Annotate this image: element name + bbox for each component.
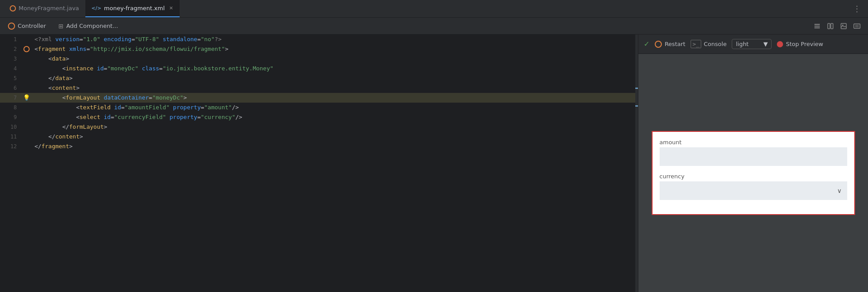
gutter-1 bbox=[22, 35, 31, 44]
line-num-10: 10 bbox=[0, 122, 22, 132]
gutter-3 bbox=[22, 54, 31, 64]
stop-icon bbox=[777, 41, 783, 47]
code-line-8: 8 <textField id="amountField" property="… bbox=[0, 103, 635, 112]
svg-rect-8 bbox=[855, 25, 859, 27]
gutter-11 bbox=[22, 132, 31, 142]
line-num-9: 9 bbox=[0, 112, 22, 122]
split-svg bbox=[827, 23, 834, 30]
line-num-11: 11 bbox=[0, 132, 22, 142]
line-content-11: </content> bbox=[31, 132, 635, 142]
line-content-2: <fragment xmlns="http://jmix.io/schema/f… bbox=[31, 44, 635, 54]
gutter-12 bbox=[22, 142, 31, 151]
bulb-icon[interactable]: 💡 bbox=[23, 93, 30, 103]
scrollbar-indicator[interactable] bbox=[635, 35, 638, 292]
code-editor[interactable]: 1 <?xml version="1.0" encoding="UTF-8" s… bbox=[0, 35, 635, 292]
preview-toolbar: ✓ Restart >_ Console light ▼ Stop Previe… bbox=[638, 35, 868, 54]
gutter-10 bbox=[22, 122, 31, 132]
console-label: Console bbox=[704, 41, 727, 47]
tabs-container: MoneyFragment.java </> money-fragment.xm… bbox=[4, 0, 180, 17]
currency-select[interactable]: ∨ bbox=[660, 181, 847, 200]
line-content-4: <instance id="moneyDc" class="io.jmix.bo… bbox=[31, 64, 635, 73]
view-photo-icon[interactable] bbox=[851, 20, 863, 32]
line-content-3: <data> bbox=[31, 54, 635, 64]
lines-svg bbox=[814, 23, 821, 30]
amount-field: amount bbox=[660, 139, 847, 166]
tab-java[interactable]: MoneyFragment.java bbox=[4, 0, 85, 17]
add-component-button[interactable]: ⊞ Add Component... bbox=[56, 21, 121, 31]
code-line-9: 9 <select id="currencyField" property="c… bbox=[0, 112, 635, 122]
code-line-11: 11 </content> bbox=[0, 132, 635, 142]
line-content-7: <formLayout dataContainer="moneyDc"> bbox=[31, 93, 635, 103]
svg-rect-0 bbox=[814, 24, 820, 25]
line-content-12: </fragment> bbox=[31, 142, 635, 151]
code-line-12: 12 </fragment> bbox=[0, 142, 635, 151]
view-split-icon[interactable] bbox=[825, 20, 836, 32]
stop-preview-button[interactable]: Stop Preview bbox=[777, 41, 823, 47]
theme-chevron-icon: ▼ bbox=[763, 41, 768, 47]
preview-panel: ✓ Restart >_ Console light ▼ Stop Previe… bbox=[638, 35, 868, 292]
svg-rect-4 bbox=[831, 23, 833, 29]
svg-rect-3 bbox=[828, 23, 830, 29]
line-num-4: 4 bbox=[0, 64, 22, 73]
main-content: 1 <?xml version="1.0" encoding="UTF-8" s… bbox=[0, 35, 868, 292]
svg-rect-1 bbox=[814, 26, 820, 27]
controller-label: Controller bbox=[18, 23, 46, 29]
code-line-4: 4 <instance id="moneyDc" class="io.jmix.… bbox=[0, 64, 635, 73]
toolbar: Controller ⊞ Add Component... bbox=[0, 18, 868, 35]
restart-icon bbox=[655, 41, 662, 48]
toolbar-left: Controller ⊞ Add Component... bbox=[5, 21, 121, 31]
svg-rect-5 bbox=[841, 23, 846, 29]
controller-button[interactable]: Controller bbox=[5, 21, 49, 31]
code-lines: 1 <?xml version="1.0" encoding="UTF-8" s… bbox=[0, 35, 635, 151]
code-line-5: 5 </data> bbox=[0, 73, 635, 83]
line-content-10: </formLayout> bbox=[31, 122, 635, 132]
console-icon: >_ bbox=[691, 40, 701, 48]
java-icon bbox=[10, 5, 16, 12]
line-num-5: 5 bbox=[0, 73, 22, 83]
gutter-4 bbox=[22, 64, 31, 73]
preview-canvas: amount currency ∨ bbox=[638, 54, 868, 292]
line-content-6: <content> bbox=[31, 83, 635, 93]
code-line-3: 3 <data> bbox=[0, 54, 635, 64]
line-content-8: <textField id="amountField" property="am… bbox=[31, 103, 635, 112]
code-line-7: 7 💡 <formLayout dataContainer="moneyDc"> bbox=[0, 93, 635, 103]
svg-rect-2 bbox=[814, 27, 820, 28]
preview-check-icon: ✓ bbox=[644, 40, 649, 48]
view-lines-icon[interactable] bbox=[811, 20, 823, 32]
toolbar-right bbox=[811, 20, 863, 32]
gutter-9 bbox=[22, 112, 31, 122]
gutter-7: 💡 bbox=[22, 93, 31, 103]
line-content-5: </data> bbox=[31, 73, 635, 83]
component-icon: ⊞ bbox=[58, 23, 64, 30]
tab-xml[interactable]: </> money-fragment.xml ✕ bbox=[85, 0, 180, 17]
controller-icon bbox=[8, 23, 15, 30]
theme-dropdown[interactable]: light ▼ bbox=[732, 39, 772, 49]
line-num-1: 1 bbox=[0, 35, 22, 44]
kebab-menu-icon[interactable]: ⋮ bbox=[849, 2, 864, 15]
amount-input[interactable] bbox=[660, 147, 847, 166]
stop-label: Stop Preview bbox=[786, 41, 823, 47]
photo-svg bbox=[853, 23, 860, 30]
gutter-5 bbox=[22, 73, 31, 83]
tab-java-label: MoneyFragment.java bbox=[19, 5, 79, 12]
scroll-mark-2 bbox=[635, 105, 638, 107]
xml-icon: </> bbox=[92, 5, 101, 11]
line-content-9: <select id="currencyField" property="cur… bbox=[31, 112, 635, 122]
scroll-mark-1 bbox=[635, 88, 638, 89]
view-image-icon[interactable] bbox=[838, 20, 849, 32]
console-button[interactable]: >_ Console bbox=[691, 40, 726, 48]
image-svg bbox=[840, 23, 847, 30]
add-component-label: Add Component... bbox=[66, 23, 118, 29]
preview-frame: amount currency ∨ bbox=[652, 131, 855, 215]
tab-xml-label: money-fragment.xml bbox=[104, 5, 165, 12]
code-line-1: 1 <?xml version="1.0" encoding="UTF-8" s… bbox=[0, 35, 635, 44]
restart-button[interactable]: Restart bbox=[655, 41, 685, 48]
tab-close-icon[interactable]: ✕ bbox=[169, 5, 173, 11]
line-num-8: 8 bbox=[0, 103, 22, 112]
restart-label: Restart bbox=[664, 41, 685, 47]
currency-field: currency ∨ bbox=[660, 173, 847, 200]
tab-bar: MoneyFragment.java </> money-fragment.xm… bbox=[0, 0, 868, 18]
tab-bar-actions: ⋮ bbox=[849, 2, 864, 15]
line-num-3: 3 bbox=[0, 54, 22, 64]
code-line-10: 10 </formLayout> bbox=[0, 122, 635, 132]
